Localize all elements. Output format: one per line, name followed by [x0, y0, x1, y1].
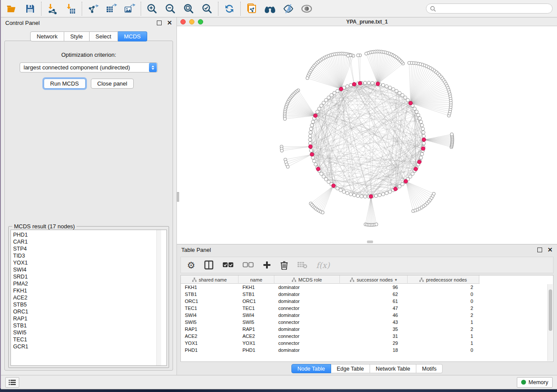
leaf-node[interactable]	[306, 76, 309, 79]
panel-splitter-handle[interactable]	[177, 192, 179, 202]
mcds-result-item[interactable]: STP4	[13, 245, 166, 252]
export-table-icon[interactable]	[105, 2, 118, 15]
zoom-selected-icon[interactable]	[201, 2, 214, 15]
open-file-icon[interactable]	[5, 2, 18, 15]
ring-node[interactable]	[398, 91, 401, 95]
hub-node[interactable]	[314, 114, 318, 118]
show-columns-icon[interactable]	[204, 259, 214, 271]
ring-node[interactable]	[385, 191, 388, 195]
mcds-result-item[interactable]: ORC1	[13, 308, 166, 315]
table-row[interactable]: PHD1PHD1dominator180	[181, 347, 553, 354]
function-builder-icon[interactable]: f(x)	[316, 259, 330, 271]
tab-network[interactable]: Network	[30, 31, 64, 41]
leaf-node[interactable]	[408, 62, 411, 65]
delete-table-icon[interactable]	[297, 259, 308, 271]
leaf-node[interactable]	[321, 211, 324, 214]
ring-node[interactable]	[349, 193, 353, 196]
mcds-result-item[interactable]: FKH1	[13, 287, 166, 294]
ring-node[interactable]	[316, 110, 319, 113]
ring-node[interactable]	[419, 120, 423, 124]
mcds-result-item[interactable]: CAR1	[13, 238, 166, 245]
leaf-node[interactable]	[365, 52, 368, 55]
ring-node[interactable]	[322, 175, 325, 179]
ring-node[interactable]	[401, 182, 404, 186]
hub-node[interactable]	[414, 167, 418, 171]
ring-node[interactable]	[308, 142, 312, 145]
float-table-panel-icon[interactable]	[537, 248, 542, 252]
ring-node[interactable]	[404, 96, 407, 100]
ring-node[interactable]	[330, 93, 333, 97]
leaf-node[interactable]	[284, 117, 287, 120]
close-panel-button[interactable]: Close panel	[91, 79, 134, 89]
delete-icon[interactable]	[280, 259, 288, 271]
refresh-icon[interactable]	[223, 2, 236, 15]
leaf-node[interactable]	[286, 165, 289, 168]
ring-node[interactable]	[339, 189, 343, 192]
leaf-node[interactable]	[280, 149, 284, 152]
table-row[interactable]: YOX1YOX1connector291	[181, 340, 553, 347]
mcds-result-item[interactable]: GCR1	[13, 343, 166, 350]
column-header-shared-name[interactable]: shared name	[181, 275, 239, 284]
ring-node[interactable]	[371, 82, 374, 85]
table-row[interactable]: SWI4SWI4dominator462	[181, 312, 553, 319]
ring-node[interactable]	[325, 99, 328, 102]
table-row[interactable]: ORC1ORC1dominator610	[181, 298, 553, 305]
ring-node[interactable]	[401, 93, 404, 97]
show-log-button[interactable]	[5, 377, 19, 388]
tab-motifs[interactable]: Motifs	[416, 364, 443, 373]
ring-node[interactable]	[310, 124, 314, 127]
ring-node[interactable]	[346, 191, 349, 195]
ring-node[interactable]	[320, 104, 323, 107]
tab-network-table[interactable]: Network Table	[370, 364, 416, 373]
import-network-icon[interactable]	[46, 2, 59, 15]
mcds-result-item[interactable]: TEC1	[13, 336, 166, 343]
ring-node[interactable]	[413, 107, 416, 110]
mcds-result-item[interactable]: PHD1	[13, 231, 166, 238]
ring-node[interactable]	[309, 149, 313, 152]
table-vscrollbar-thumb[interactable]	[549, 289, 552, 331]
leaf-node[interactable]	[375, 223, 378, 226]
ring-node[interactable]	[314, 163, 318, 166]
memory-button[interactable]: Memory	[517, 377, 553, 388]
ring-node[interactable]	[327, 96, 331, 100]
mcds-result-item[interactable]: SRD1	[13, 273, 166, 280]
ring-node[interactable]	[398, 185, 401, 188]
ring-node[interactable]	[356, 194, 360, 198]
hub-node[interactable]	[308, 145, 312, 149]
table-settings-icon[interactable]: ⚙	[187, 259, 195, 271]
tab-select[interactable]: Select	[90, 31, 118, 41]
leaf-node[interactable]	[346, 54, 349, 57]
ring-node[interactable]	[417, 113, 420, 117]
hub-node[interactable]	[418, 160, 422, 164]
ring-node[interactable]	[415, 110, 419, 113]
hub-node[interactable]	[409, 101, 413, 105]
close-panel-icon[interactable]: ✕	[167, 20, 172, 26]
ring-node[interactable]	[420, 152, 424, 156]
zoom-fit-icon[interactable]	[182, 2, 195, 15]
hub-node[interactable]	[376, 82, 380, 86]
table-row[interactable]: ACE2ACE2connector311	[181, 333, 553, 340]
table-vscrollbar[interactable]	[547, 284, 553, 361]
ring-node[interactable]	[422, 134, 426, 138]
ring-node[interactable]	[353, 193, 356, 197]
ring-node[interactable]	[360, 195, 363, 198]
mcds-result-item[interactable]: STB1	[13, 322, 166, 329]
ring-node[interactable]	[308, 138, 312, 141]
ring-node[interactable]	[422, 131, 425, 134]
zoom-in-icon[interactable]	[145, 2, 159, 15]
column-header-predecessor-nodes[interactable]: predecessor nodes	[408, 275, 479, 284]
mcds-result-item[interactable]: YOX1	[13, 259, 166, 266]
ring-node[interactable]	[374, 194, 378, 198]
hub-node[interactable]	[422, 138, 426, 142]
leaf-node[interactable]	[432, 192, 436, 195]
ring-node[interactable]	[406, 99, 410, 102]
ring-node[interactable]	[395, 89, 398, 93]
deselect-all-icon[interactable]	[242, 259, 254, 271]
result-list-scrollbar[interactable]	[156, 230, 161, 365]
ring-node[interactable]	[367, 81, 370, 85]
mcds-result-item[interactable]: RAP1	[13, 315, 166, 322]
select-all-icon[interactable]	[222, 259, 234, 271]
run-mcds-button[interactable]: Run MCDS	[44, 79, 86, 89]
table-row[interactable]: FKH1FKH1dominator962	[181, 284, 553, 291]
hub-node[interactable]	[316, 167, 320, 171]
